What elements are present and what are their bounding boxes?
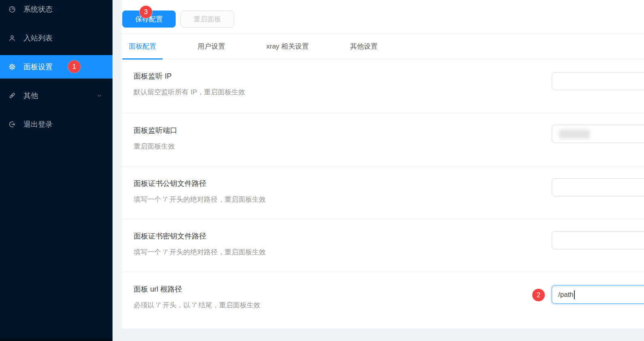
sidebar-trigger-strip: [0, 338, 113, 341]
link-icon: [8, 92, 16, 100]
url-base-path-value: /path: [558, 291, 574, 299]
sidebar-item-logout[interactable]: 退出登录: [0, 113, 113, 136]
tab-other-settings[interactable]: 其他设置: [344, 34, 384, 59]
sidebar-item-system-status[interactable]: 系统状态: [0, 0, 113, 21]
sidebar-item-other[interactable]: 其他: [0, 84, 113, 107]
toolbar: 保存配置 3 重启面板: [121, 0, 644, 34]
sidebar-item-label: 面板设置: [23, 62, 53, 72]
tab-label: 其他设置: [350, 42, 378, 51]
sidebar-item-label: 入站列表: [23, 33, 53, 43]
form-row-cert-public-key: 面板证书公钥文件路径 填写一个 '/' 开头的绝对路径，重启面板生效: [121, 166, 644, 219]
form-row-listen-ip: 面板监听 IP 默认留空监听所有 IP，重启面板生效: [121, 59, 644, 113]
listen-port-input[interactable]: [552, 125, 644, 143]
dashboard-icon: [8, 5, 16, 13]
save-config-button[interactable]: 保存配置 3: [122, 11, 176, 28]
chevron-down-icon: [97, 93, 102, 98]
user-icon: [8, 34, 16, 42]
sidebar-item-label: 其他: [23, 91, 38, 100]
tab-label: xray 相关设置: [266, 42, 309, 51]
cert-public-key-input[interactable]: [552, 178, 644, 196]
cert-private-key-input[interactable]: [552, 231, 644, 249]
save-config-badge: 3: [140, 6, 152, 18]
url-base-path-badge: 2: [532, 289, 545, 301]
sidebar-item-label: 系统状态: [23, 4, 53, 14]
form-row-url-base-path: 面板 url 根路径 必须以 '/' 开头，以 '/' 结尾，重启面板生效 2 …: [121, 272, 644, 328]
sidebar-item-panel-settings[interactable]: 面板设置 1: [0, 55, 113, 79]
sidebar-menu: 系统状态 入站列表 面板设置 1 其他: [0, 0, 113, 136]
restart-panel-label: 重启面板: [193, 15, 221, 24]
sidebar-item-inbound-list[interactable]: 入站列表: [0, 26, 113, 50]
listen-ip-input[interactable]: [552, 72, 644, 90]
tab-bar: 面板配置 用户设置 xray 相关设置 其他设置: [121, 34, 644, 59]
tab-xray-settings[interactable]: xray 相关设置: [260, 34, 315, 59]
tab-label: 用户设置: [198, 42, 225, 51]
sidebar-item-label: 退出登录: [23, 119, 53, 129]
row-desc: 重启面板生效: [134, 142, 644, 151]
redacted-port-value: [559, 130, 590, 139]
restart-panel-button[interactable]: 重启面板: [181, 11, 234, 28]
url-base-path-input[interactable]: /path: [552, 286, 644, 304]
gear-icon: [8, 63, 16, 71]
logout-icon: [8, 120, 16, 128]
form-row-cert-private-key: 面板证书密钥文件路径 填写一个 '/' 开头的绝对路径，重启面板生效: [121, 219, 644, 272]
form-row-listen-port: 面板监听端口 重启面板生效: [121, 113, 644, 166]
tab-label: 面板配置: [129, 42, 156, 51]
tab-user-settings[interactable]: 用户设置: [191, 34, 232, 59]
tab-panel-config[interactable]: 面板配置: [122, 34, 163, 59]
text-cursor: [574, 290, 575, 299]
panel-settings-badge: 1: [68, 60, 81, 73]
main-content: 保存配置 3 重启面板 面板配置 用户设置 xray 相关设置 其他设置 面板监…: [121, 0, 644, 328]
sidebar: 系统状态 入站列表 面板设置 1 其他: [0, 0, 113, 341]
